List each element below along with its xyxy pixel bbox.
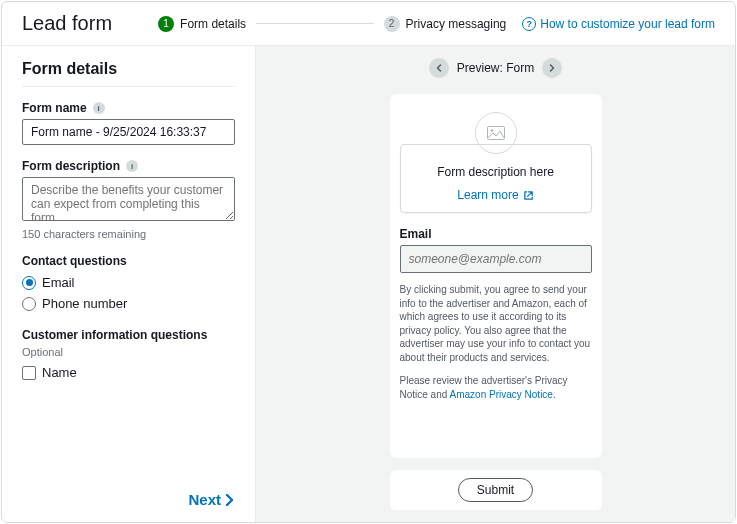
chevron-right-icon xyxy=(225,493,235,507)
form-name-label-text: Form name xyxy=(22,101,87,115)
form-description-group: Form description i 150 characters remain… xyxy=(22,159,235,240)
char-remaining: 150 characters remaining xyxy=(22,228,235,240)
preview-next-button[interactable] xyxy=(542,58,562,78)
step-connector xyxy=(256,23,373,24)
preview-panel: Preview: Form Form descrip xyxy=(256,46,735,522)
section-title: Form details xyxy=(22,60,235,87)
help-link[interactable]: ? How to customize your lead form xyxy=(522,17,715,31)
step-badge-2: 2 xyxy=(384,16,400,32)
form-details-panel: Form details Form name i Form descriptio… xyxy=(2,46,256,522)
form-name-group: Form name i xyxy=(22,101,235,145)
form-description-label: Form description i xyxy=(22,159,235,173)
submit-button[interactable]: Submit xyxy=(458,478,533,502)
chevron-right-icon xyxy=(548,64,556,72)
next-button-label: Next xyxy=(188,491,221,508)
step-label-2: Privacy messaging xyxy=(406,17,507,31)
submit-row: Submit xyxy=(390,470,602,510)
header: Lead form 1 Form details 2 Privacy messa… xyxy=(2,2,735,45)
customer-questions-checkboxes: Name xyxy=(22,362,235,383)
radio-icon xyxy=(22,297,36,311)
preview-email-input[interactable] xyxy=(400,245,592,273)
radio-phone-label: Phone number xyxy=(42,296,127,311)
chevron-left-icon xyxy=(435,64,443,72)
info-icon[interactable]: i xyxy=(93,102,105,114)
contact-questions-group: Contact questions Email Phone number xyxy=(22,254,235,314)
preview-label: Preview: Form xyxy=(457,61,534,75)
checkbox-name[interactable]: Name xyxy=(22,362,235,383)
contact-questions-label: Contact questions xyxy=(22,254,235,268)
description-card: Form description here Learn more xyxy=(400,144,592,213)
info-icon[interactable]: i xyxy=(126,160,138,172)
form-description-label-text: Form description xyxy=(22,159,120,173)
customer-questions-group: Customer information questions Optional … xyxy=(22,328,235,383)
learn-more-label: Learn more xyxy=(457,188,518,202)
help-link-label: How to customize your lead form xyxy=(540,17,715,31)
body: Form details Form name i Form descriptio… xyxy=(2,45,735,522)
preview-prev-button[interactable] xyxy=(429,58,449,78)
svg-point-1 xyxy=(490,129,493,132)
step-label-1: Form details xyxy=(180,17,246,31)
stepper: 1 Form details 2 Privacy messaging xyxy=(158,16,506,32)
checkbox-name-label: Name xyxy=(42,365,77,380)
description-text: Form description here xyxy=(409,165,583,179)
next-button[interactable]: Next xyxy=(188,491,235,508)
next-row: Next xyxy=(22,491,235,508)
radio-icon xyxy=(22,276,36,290)
preview-frame: Form description here Learn more Email B… xyxy=(390,94,602,458)
external-link-icon xyxy=(523,190,534,201)
disclaimer-2-post: . xyxy=(553,389,556,400)
step-badge-1: 1 xyxy=(158,16,174,32)
radio-phone-number[interactable]: Phone number xyxy=(22,293,235,314)
image-icon xyxy=(487,126,505,140)
form-name-input[interactable] xyxy=(22,119,235,145)
form-name-label: Form name i xyxy=(22,101,235,115)
page-title: Lead form xyxy=(22,12,112,35)
form-description-input[interactable] xyxy=(22,177,235,221)
radio-email-label: Email xyxy=(42,275,75,290)
step-privacy-messaging[interactable]: 2 Privacy messaging xyxy=(384,16,507,32)
amazon-privacy-link[interactable]: Amazon Privacy Notice xyxy=(450,389,553,400)
disclaimer-1: By clicking submit, you agree to send yo… xyxy=(400,283,592,364)
customer-questions-label: Customer information questions xyxy=(22,328,235,342)
checkbox-icon xyxy=(22,366,36,380)
radio-email[interactable]: Email xyxy=(22,272,235,293)
optional-text: Optional xyxy=(22,346,235,358)
step-form-details[interactable]: 1 Form details xyxy=(158,16,246,32)
info-icon: ? xyxy=(522,17,536,31)
lead-form-container: Lead form 1 Form details 2 Privacy messa… xyxy=(1,1,736,523)
svg-rect-0 xyxy=(487,127,504,140)
preview-email-label: Email xyxy=(400,227,592,241)
learn-more-link[interactable]: Learn more xyxy=(457,188,533,202)
contact-questions-radios: Email Phone number xyxy=(22,272,235,314)
disclaimer-2: Please review the advertiser's Privacy N… xyxy=(400,374,592,401)
preview-bar: Preview: Form xyxy=(256,58,735,78)
